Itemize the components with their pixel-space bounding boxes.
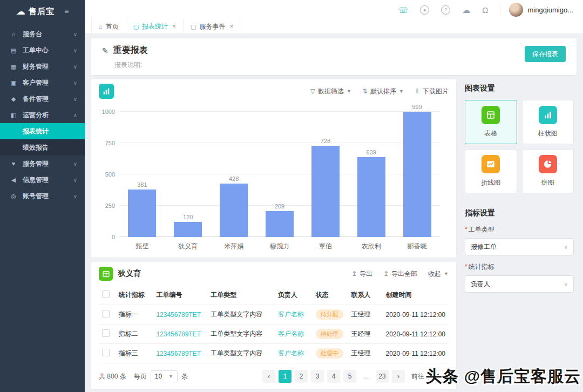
bell-icon[interactable]: Ω [482,6,488,14]
download-image-button[interactable]: ⇩ 下载图片 [415,87,449,96]
x-axis-label: 农欣利 [348,242,394,251]
chevron-down-icon: ∨ [73,64,77,70]
sidebar-item-customer[interactable]: ▣客户管理∨ [0,75,85,91]
sidebar-menu: ⌂服务台∨▤工单中心∨▦财务管理∨▣客户管理∨◆备件管理∨◧运营分析∧报表统计绩… [0,23,85,204]
chevron-down-icon: ∨ [73,177,77,183]
cell-order-no-link[interactable]: 123456789TET [153,325,207,344]
save-report-button[interactable]: 保存报表 [525,46,566,62]
chart-type-bar[interactable]: 柱状图 [522,100,574,144]
page-button[interactable]: 4 [327,370,340,383]
sidebar: ☁ 售后宝 ≡ ⌂服务台∨▤工单中心∨▦财务管理∨▣客户管理∨◆备件管理∨◧运营… [0,0,85,392]
sidebar-item-finance[interactable]: ▦财务管理∨ [0,58,85,75]
data-filter-button[interactable]: ▽ 数据筛选 ▼ [310,87,351,96]
bar-value-label: 381 [137,181,147,188]
bar-column: 209 [257,203,303,237]
sidebar-item-info-mgmt[interactable]: ◀信息管理∨ [0,172,85,188]
x-axis-label: 覃伯 [302,242,348,251]
table-card: 狄义育 ↥ 导出 ↥ 导出全部 收起 [91,262,456,389]
chart-x-labels: 甄璧狄义育米萍娟穆觊力覃伯农欣利郦香晓 [119,242,440,251]
collapse-button[interactable]: 收起 ▼ [428,269,449,279]
sidebar-subitem[interactable]: 报表统计 [0,123,85,139]
sort-button[interactable]: ⇅ 默认排序 ▼ [362,87,404,96]
menu-collapse-icon[interactable]: ≡ [64,7,69,16]
table-actions: ↥ 导出 ↥ 导出全部 收起 ▼ [351,269,449,279]
required-asterisk: * [465,263,467,271]
funnel-icon: ▽ [310,87,315,95]
column-header: 统计指标 [116,286,153,305]
close-icon[interactable]: × [229,23,233,30]
chart-settings-title: 图表设置 [465,84,577,93]
page-button[interactable]: 1 [279,370,292,383]
column-header: 负责人 [275,286,313,305]
cell-order-no-link[interactable]: 123456789TET [153,305,207,325]
sidebar-item-service-desk[interactable]: ⌂服务台∨ [0,26,85,42]
chart-type-line[interactable]: 折线图 [465,149,517,193]
line-chart-icon [482,155,500,173]
select-value: 报修工单 [471,242,497,252]
checkbox[interactable] [102,329,110,337]
topbar-icons: ☏▲?☁↓Ω mingqiumigo... [85,0,583,19]
export-icon: ↥ [351,270,357,278]
phone-icon[interactable]: ☏ [398,6,408,14]
bar-column: 999 [394,104,440,237]
page-title: 重要报表 [113,45,148,56]
bar [266,211,294,237]
per-page-select[interactable]: 10 ▼ [151,370,178,382]
spare-parts-icon: ◆ [10,96,17,103]
cell-owner-link[interactable]: 客户名称 [275,344,313,363]
chevron-up-icon: ∧ [73,112,77,118]
sidebar-item-spare-parts[interactable]: ◆备件管理∨ [0,91,85,107]
cell-owner-link[interactable]: 客户名称 [275,305,313,325]
service-mgmt-icon: ♥ [10,160,17,167]
checkbox[interactable] [102,310,110,317]
page-title-row: ✎ 重要报表 [102,45,148,56]
tab-首页[interactable]: ⌂首页 [91,19,126,33]
cell-created: 2020-09-11 12:12:00 [382,344,449,363]
caret-down-icon: ▼ [399,89,404,94]
field-select[interactable]: 报修工单∨ [465,238,574,255]
cell-owner-link[interactable]: 客户名称 [275,325,313,344]
sidebar-item-work-order[interactable]: ▤工单中心∨ [0,42,85,58]
checkbox[interactable] [102,349,110,356]
sidebar-item-service-mgmt[interactable]: ♥服务管理∨ [0,156,85,172]
goto-page-input[interactable] [428,370,449,383]
page-button[interactable]: 3 [311,370,324,383]
analysis-icon: ◧ [10,112,17,119]
close-icon[interactable]: × [172,23,176,30]
user-menu[interactable]: mingqiumigo... [500,3,573,16]
tab-label: 首页 [106,22,119,31]
tab-label: 服务事件 [199,22,225,31]
chevron-down-icon: ∨ [73,48,77,53]
work-order-icon: ▤ [10,47,17,54]
table-row: 指标二123456789TET工单类型文字内容客户名称待处理王经理2020-09… [99,325,449,344]
page-button[interactable]: 23 [376,370,389,383]
cell-order-no-link[interactable]: 123456789TET [153,344,207,363]
rocket-icon[interactable]: ▲ [420,5,429,15]
report-header: ✎ 重要报表 报表说明: 保存报表 [91,38,577,75]
sidebar-item-account[interactable]: ◎账号管理∨ [0,188,85,204]
chart-type-pie[interactable]: 饼图 [522,149,574,193]
export-button[interactable]: ↥ 导出 [351,269,372,279]
next-page-button[interactable]: › [392,370,405,383]
pie-chart-icon [539,155,557,173]
row-checkbox-cell [99,305,116,325]
chart-type-table[interactable]: 表格 [465,100,517,144]
chevron-down-icon: ∨ [564,244,568,250]
export-all-button[interactable]: ↥ 导出全部 [383,269,417,279]
page-button[interactable]: 5 [343,370,356,383]
tab-服务事件[interactable]: ▢服务事件× [184,19,241,33]
sidebar-item-analysis[interactable]: ◧运营分析∧ [0,107,85,123]
field-select[interactable]: 负责人∨ [465,275,574,293]
cloud-download-icon[interactable]: ☁↓ [462,6,470,14]
per-page-value: 10 [155,373,162,380]
tab-报表统计[interactable]: ▢报表统计× [126,19,184,33]
page-button[interactable]: 2 [295,370,308,383]
x-axis-label: 米萍娟 [211,242,257,251]
sidebar-subitem[interactable]: 绩效报告 [0,139,85,156]
prev-page-button[interactable]: ‹ [262,370,275,383]
edit-icon[interactable]: ✎ [102,46,109,55]
help-icon[interactable]: ? [441,5,450,15]
checkbox[interactable] [102,290,110,298]
left-column: ▽ 数据筛选 ▼ ⇅ 默认排序 ▼ ⇩ 下载图片 [91,79,456,389]
chevron-down-icon: ∨ [73,161,77,167]
